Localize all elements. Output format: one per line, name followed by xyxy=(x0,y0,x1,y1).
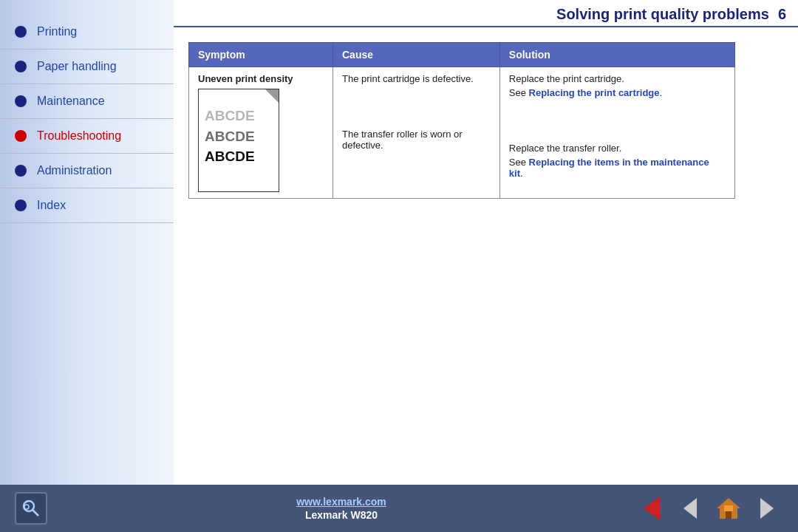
density-row1: ABCDE xyxy=(205,106,274,126)
footer-center: www.lexmark.com Lexmark W820 xyxy=(296,496,386,521)
footer-left xyxy=(15,492,47,525)
sidebar-label-index: Index xyxy=(37,199,66,212)
sidebar-item-printing[interactable]: Printing xyxy=(0,15,174,50)
svg-point-2 xyxy=(24,505,29,509)
sidebar-item-administration[interactable]: Administration xyxy=(0,154,174,188)
density-row2: ABCDE xyxy=(205,126,274,147)
table-header-row: Symptom Cause Solution xyxy=(189,43,735,67)
density-row3: ABCDE xyxy=(205,146,274,167)
col-cause: Cause xyxy=(333,43,500,67)
solution-2: Replace the transfer roller. xyxy=(509,143,726,154)
cause-2: The transfer roller is worn or defective… xyxy=(342,129,491,151)
solution-1: Replace the print cartridge. xyxy=(509,73,726,84)
sidebar-label-paper-handling: Paper handling xyxy=(37,60,117,73)
sidebar-label-printing: Printing xyxy=(37,25,77,38)
main-area: Printing Paper handling Maintenance Trou… xyxy=(0,0,798,485)
sidebar-dot-printing xyxy=(15,26,27,38)
nav-home-button[interactable] xyxy=(712,492,745,525)
cause-1: The print cartridge is defective. xyxy=(342,73,491,84)
solution-cell: Replace the print cartridge. See Replaci… xyxy=(499,67,734,199)
problem-table: Symptom Cause Solution Uneven print dens… xyxy=(188,42,735,199)
home-icon xyxy=(715,495,742,522)
sidebar-item-paper-handling[interactable]: Paper handling xyxy=(0,50,174,84)
back-arrow-icon xyxy=(644,497,660,520)
sidebar-label-maintenance: Maintenance xyxy=(37,95,105,108)
footer-nav xyxy=(635,492,783,525)
svg-line-1 xyxy=(33,510,38,516)
footer: www.lexmark.com Lexmark W820 xyxy=(0,485,798,532)
density-image: ABCDE ABCDE ABCDE xyxy=(198,89,279,192)
sidebar-dot-troubleshooting xyxy=(15,130,27,142)
corner-fold xyxy=(265,89,279,103)
page-header: Solving print quality problems 6 xyxy=(174,0,798,27)
table-row: Uneven print density ABCDE ABCDE ABCDE xyxy=(189,67,735,199)
link-replacing-maintenance-kit[interactable]: Replacing the items in the maintenance k… xyxy=(509,157,709,179)
search-button[interactable] xyxy=(15,492,47,525)
page-title: Solving print quality problems xyxy=(556,6,769,23)
sidebar-dot-paper-handling xyxy=(15,61,27,72)
sidebar-label-administration: Administration xyxy=(37,164,112,177)
footer-model: Lexmark W820 xyxy=(305,509,378,521)
col-solution: Solution xyxy=(499,43,734,67)
link-replacing-cartridge[interactable]: Replacing the print cartridge xyxy=(529,87,660,98)
page-number: 6 xyxy=(778,6,786,23)
nav-next-button[interactable] xyxy=(751,492,783,525)
sidebar-item-troubleshooting[interactable]: Troubleshooting xyxy=(0,119,174,154)
prev-arrow-icon xyxy=(683,498,697,519)
symptom-label: Uneven print density xyxy=(198,73,324,84)
col-symptom: Symptom xyxy=(189,43,333,67)
sidebar-label-troubleshooting: Troubleshooting xyxy=(37,129,121,143)
solution-1-link: See Replacing the print cartridge. xyxy=(509,87,726,98)
nav-prev-button[interactable] xyxy=(674,492,706,525)
footer-url[interactable]: www.lexmark.com xyxy=(296,496,386,508)
symptom-cell: Uneven print density ABCDE ABCDE ABCDE xyxy=(189,67,333,199)
sidebar-item-maintenance[interactable]: Maintenance xyxy=(0,84,174,119)
svg-rect-5 xyxy=(724,505,733,511)
sidebar-item-index[interactable]: Index xyxy=(0,188,174,223)
sidebar-dot-maintenance xyxy=(15,95,27,107)
sidebar-dot-administration xyxy=(15,165,27,177)
next-arrow-icon xyxy=(760,498,774,519)
content-area: Solving print quality problems 6 Symptom… xyxy=(174,0,798,485)
sidebar-dot-index xyxy=(15,200,27,211)
solution-2-link: See Replacing the items in the maintenan… xyxy=(509,157,726,179)
nav-back-button[interactable] xyxy=(635,492,668,525)
svg-rect-4 xyxy=(726,511,732,519)
cause-cell: The print cartridge is defective. The tr… xyxy=(333,67,500,199)
search-icon xyxy=(21,498,41,519)
sidebar: Printing Paper handling Maintenance Trou… xyxy=(0,0,174,485)
content-body: Symptom Cause Solution Uneven print dens… xyxy=(174,27,798,485)
